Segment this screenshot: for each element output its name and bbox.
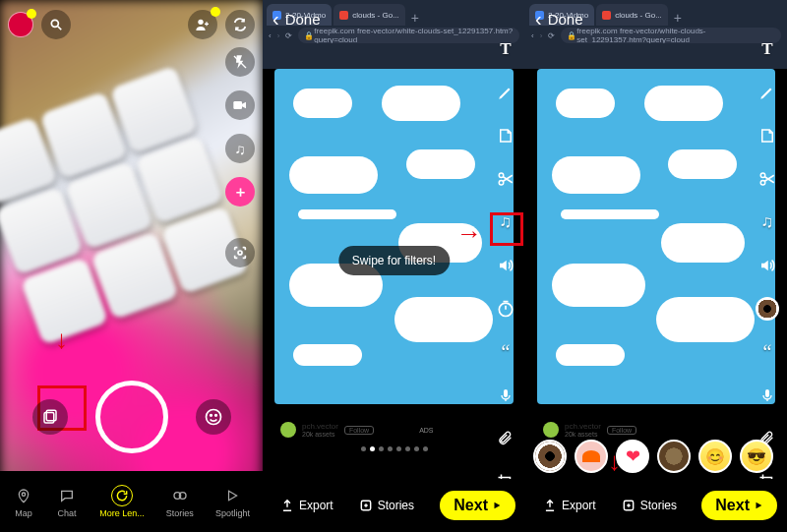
done-button[interactable]: ‹ Done (535, 8, 583, 30)
nav-chat[interactable]: Chat (56, 485, 78, 518)
svg-point-2 (198, 20, 203, 25)
scissors-icon (497, 170, 515, 188)
play-icon (754, 501, 763, 510)
text-tool[interactable]: T (492, 35, 519, 63)
flash-button[interactable] (225, 47, 255, 77)
url-text: freepik.com free-vector/white-clouds-set… (314, 28, 514, 43)
shutter-button[interactable] (95, 381, 168, 453)
link-tool[interactable] (492, 425, 519, 452)
svg-line-1 (58, 27, 62, 30)
draw-tool[interactable] (492, 79, 519, 106)
refresh-icon: ⟳ (285, 31, 292, 40)
svg-point-19 (760, 173, 765, 178)
svg-point-11 (22, 493, 25, 496)
svg-point-5 (238, 251, 242, 255)
profile-bitmoji[interactable] (8, 12, 33, 37)
author-name: pch.vector (302, 422, 338, 431)
filter-thumb[interactable] (533, 440, 567, 473)
nav-map[interactable]: Map (13, 485, 34, 518)
smiley-icon (204, 407, 223, 427)
emoji-button[interactable] (196, 399, 231, 435)
play-icon (225, 489, 239, 502)
eye-filter-preview[interactable] (754, 295, 781, 323)
chevron-right-icon: › (540, 31, 543, 40)
nav-spotlight[interactable]: Spotlight (215, 485, 250, 518)
stories-label: Stories (640, 499, 677, 512)
filter-carousel[interactable]: ❤ 😊 😎 (533, 440, 773, 473)
ads-label: ADS (419, 427, 433, 434)
next-label: Next (715, 497, 750, 514)
sticker-tool[interactable] (754, 122, 781, 149)
edit-bottom-bar: Export Stories Next (263, 479, 525, 532)
filter-thumb[interactable] (575, 440, 608, 473)
export-button[interactable]: Export (535, 493, 604, 518)
draw-tool[interactable] (754, 79, 781, 106)
play-icon (492, 501, 502, 510)
scan-button[interactable] (225, 238, 255, 267)
quote-tool[interactable]: “ (492, 338, 519, 366)
music-tool[interactable]: ♫ (754, 208, 781, 236)
export-label: Export (562, 499, 596, 512)
nav-more-lenses[interactable]: More Len... (99, 485, 145, 518)
mic-tool[interactable] (492, 382, 519, 409)
edit-screen-filters: 2-20-Vidmo clouds - Go... + ‹ › ⟳ 🔒freep… (263, 0, 525, 532)
url-bar: 🔒freepik.com free-vector/white-clouds-se… (561, 28, 781, 43)
next-button[interactable]: Next (440, 491, 515, 520)
nav-label: More Len... (99, 508, 145, 518)
video-button[interactable] (225, 90, 255, 120)
sticker-tool[interactable] (492, 122, 519, 149)
filter-thumb[interactable]: ❤ (616, 440, 649, 473)
map-pin-icon (16, 488, 31, 503)
next-button[interactable]: Next (701, 491, 777, 520)
mic-tool[interactable] (754, 382, 781, 409)
memories-button[interactable] (32, 399, 68, 435)
filter-thumb[interactable]: 😊 (698, 440, 732, 473)
add-friend-button[interactable] (188, 10, 217, 39)
scissors-tool[interactable] (492, 165, 519, 193)
sticker-icon (497, 127, 515, 145)
add-friend-icon (195, 17, 211, 32)
filter-thumb[interactable]: 😎 (740, 440, 773, 473)
eye-icon (756, 297, 779, 321)
annotation-box-2 (490, 212, 523, 246)
lock-icon: 🔒 (304, 31, 314, 40)
flip-camera-button[interactable] (225, 10, 255, 39)
export-icon (280, 499, 294, 512)
scissors-icon (758, 170, 776, 188)
chevron-left-icon: ‹ (272, 8, 279, 30)
nav-label: Stories (166, 508, 194, 518)
edit-bottom-bar: Export Stories Next (525, 479, 787, 532)
follow-button: Follow (607, 426, 636, 435)
export-button[interactable]: Export (272, 493, 341, 518)
music-button[interactable]: ♫ (225, 134, 255, 163)
stories-button[interactable]: Stories (614, 493, 685, 518)
export-label: Export (299, 499, 333, 512)
export-icon (543, 499, 557, 512)
timer-icon (496, 299, 515, 319)
filter-thumb[interactable] (657, 440, 691, 473)
refresh-icon: ⟳ (548, 31, 555, 40)
text-tool[interactable]: T (754, 35, 781, 63)
pencil-icon (497, 84, 515, 101)
quote-icon: “ (502, 341, 511, 364)
memories-icon (41, 408, 59, 426)
stories-button[interactable]: Stories (351, 493, 422, 518)
nav-stories[interactable]: Stories (166, 485, 194, 518)
sound-tool[interactable] (754, 252, 781, 279)
sound-tool[interactable] (492, 252, 519, 279)
camera-side-tools: ♫ ＋ (225, 47, 255, 267)
flash-off-icon (232, 54, 248, 70)
done-button[interactable]: ‹ Done (272, 8, 321, 30)
timer-tool[interactable] (492, 295, 519, 323)
quote-tool[interactable]: “ (754, 338, 781, 366)
camera-top-row (8, 10, 255, 39)
camera-screen: ♫ ＋ ↓ Map Chat More Len... Stories Spotl… (0, 0, 263, 532)
nav-label: Spotlight (215, 508, 250, 518)
scissors-tool[interactable] (754, 165, 781, 193)
nav-label: Chat (58, 508, 77, 518)
edit-screen-export: 2-20-Vidmo clouds - Go... + ‹ › ⟳ 🔒freep… (525, 0, 787, 532)
add-button[interactable]: ＋ (225, 177, 255, 207)
browser-tab-active: clouds - Go... (596, 4, 668, 26)
search-button[interactable] (41, 10, 71, 39)
attribution: pch.vector20k assets Follow (543, 422, 636, 438)
